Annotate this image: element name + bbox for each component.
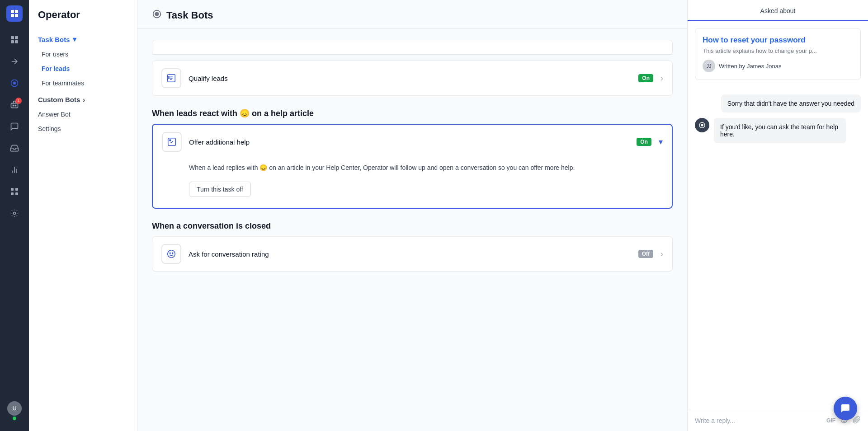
when-conversation-heading: When a conversation is closed bbox=[152, 221, 271, 231]
settings-label: Settings bbox=[38, 125, 61, 132]
online-indicator bbox=[13, 417, 16, 420]
svg-rect-5 bbox=[15, 36, 18, 39]
svg-point-9 bbox=[13, 82, 16, 85]
svg-rect-7 bbox=[15, 40, 18, 43]
svg-point-29 bbox=[170, 253, 170, 254]
app-logo[interactable] bbox=[6, 5, 23, 22]
answerbot-label: Answer Bot bbox=[38, 111, 71, 118]
bot-badge: 1 bbox=[15, 98, 22, 104]
for-teammates-label: For teammates bbox=[42, 80, 84, 87]
qualify-leads-row[interactable]: Qualify leads On › bbox=[152, 61, 672, 95]
for-leads-label: For leads bbox=[42, 65, 70, 72]
conversation-rating-label: Ask for conversation rating bbox=[189, 250, 631, 258]
chat-fab[interactable] bbox=[834, 397, 857, 420]
nav-icon-bot[interactable]: 1 bbox=[5, 96, 24, 114]
taskbots-header-icon bbox=[152, 9, 162, 21]
chat-bubble-user: Sorry that didn't have the answer you ne… bbox=[721, 94, 861, 112]
svg-rect-17 bbox=[15, 188, 18, 191]
svg-point-27 bbox=[170, 140, 171, 141]
author-avatar: JJ bbox=[703, 60, 715, 72]
sidebar-item-answerbot[interactable]: Answer Bot bbox=[29, 107, 137, 122]
sidebar-item-custombots[interactable]: Custom Bots › bbox=[29, 92, 137, 107]
svg-point-20 bbox=[14, 212, 16, 215]
conversation-rating-row[interactable]: Ask for conversation rating Off › bbox=[152, 237, 672, 271]
content-area: Qualify leads On › When leads react with… bbox=[137, 29, 687, 288]
svg-point-11 bbox=[13, 105, 14, 106]
svg-rect-10 bbox=[11, 103, 18, 108]
qualify-leads-status: On bbox=[638, 74, 653, 82]
sidebar: Operator Task Bots ▾ For users For leads… bbox=[29, 0, 137, 431]
svg-point-32 bbox=[701, 124, 703, 126]
nav-icon-inbox[interactable] bbox=[5, 139, 24, 157]
qualify-leads-card: Qualify leads On › bbox=[152, 61, 673, 96]
scrolled-partial-card bbox=[152, 40, 673, 55]
when-leads-section: When leads react with 😞 on a help articl… bbox=[152, 108, 673, 118]
svg-point-28 bbox=[168, 250, 175, 258]
author-name: Written by James Jonas bbox=[719, 63, 781, 70]
svg-point-22 bbox=[155, 12, 158, 15]
svg-rect-0 bbox=[11, 10, 14, 13]
svg-point-12 bbox=[15, 105, 16, 106]
conversation-rating-status: Off bbox=[638, 250, 653, 258]
when-conversation-section: When a conversation is closed bbox=[152, 221, 673, 231]
main-header: Task Bots bbox=[137, 0, 687, 29]
bot-message-text: If you'd like, you can ask the team for … bbox=[714, 118, 846, 143]
bot-avatar bbox=[695, 118, 709, 132]
offer-help-chevron: ▾ bbox=[659, 137, 663, 147]
svg-rect-6 bbox=[11, 40, 14, 43]
conversation-rating-chevron: › bbox=[660, 249, 663, 259]
nav-icon-reports[interactable] bbox=[5, 161, 24, 179]
svg-rect-3 bbox=[15, 14, 18, 17]
custombots-label: Custom Bots bbox=[38, 96, 80, 103]
conversation-rating-icon bbox=[161, 244, 181, 264]
article-title: How to reset your password bbox=[703, 36, 853, 45]
offer-help-icon bbox=[162, 132, 182, 152]
qualify-leads-chevron: › bbox=[660, 74, 663, 83]
qualify-leads-icon bbox=[161, 68, 181, 88]
nav-icon-chat[interactable] bbox=[5, 117, 24, 136]
taskbots-label: Task Bots bbox=[38, 36, 70, 43]
sidebar-item-for-users[interactable]: For users bbox=[29, 47, 137, 61]
sidebar-item-for-teammates[interactable]: For teammates bbox=[29, 76, 137, 90]
article-excerpt: This article explains how to change your… bbox=[703, 47, 853, 54]
qualify-leads-label: Qualify leads bbox=[189, 75, 631, 82]
sidebar-item-taskbots[interactable]: Task Bots ▾ bbox=[29, 32, 137, 47]
icon-bar: 1 U bbox=[0, 0, 29, 431]
conversation-rating-card: Ask for conversation rating Off › bbox=[152, 236, 673, 272]
panel-author: JJ Written by James Jonas bbox=[703, 60, 853, 72]
offer-help-header[interactable]: Offer additional help On ▾ bbox=[153, 125, 672, 159]
panel-asked-about: Asked about bbox=[688, 0, 868, 21]
svg-rect-16 bbox=[11, 188, 14, 191]
nav-icon-grid[interactable] bbox=[5, 31, 24, 49]
svg-rect-18 bbox=[11, 192, 14, 195]
when-leads-heading: When leads react with 😞 on a help articl… bbox=[152, 108, 314, 118]
turn-off-button[interactable]: Turn this task off bbox=[189, 182, 251, 197]
main-title: Task Bots bbox=[166, 9, 213, 21]
sidebar-item-settings[interactable]: Settings bbox=[29, 122, 137, 136]
sidebar-item-for-leads[interactable]: For leads bbox=[29, 61, 137, 76]
main-content: Task Bots Qualify leads On › When leads … bbox=[137, 0, 687, 431]
user-message-text: Sorry that didn't have the answer you ne… bbox=[727, 100, 854, 107]
task-bots-section: Task Bots ▾ For users For leads For team… bbox=[29, 30, 137, 92]
nav-icon-operator[interactable] bbox=[5, 74, 24, 92]
for-users-label: For users bbox=[42, 51, 68, 58]
author-initials: JJ bbox=[707, 63, 712, 69]
chat-bubble-bot: If you'd like, you can ask the team for … bbox=[695, 118, 861, 143]
scrolled-top bbox=[152, 40, 672, 55]
offer-help-body: When a lead replies with 😞 on an article… bbox=[153, 159, 672, 208]
svg-point-24 bbox=[169, 76, 170, 77]
chat-reply-input[interactable] bbox=[695, 417, 823, 424]
nav-icon-integrations[interactable] bbox=[5, 204, 24, 222]
user-avatar[interactable]: U bbox=[7, 401, 22, 416]
svg-point-30 bbox=[172, 253, 173, 254]
gif-button[interactable]: GIF bbox=[826, 417, 835, 424]
svg-rect-4 bbox=[11, 36, 14, 39]
chat-messages: Sorry that didn't have the answer you ne… bbox=[688, 87, 868, 410]
offer-help-status: On bbox=[637, 138, 651, 146]
nav-icon-apps[interactable] bbox=[5, 183, 24, 201]
panel-article-card[interactable]: How to reset your password This article … bbox=[695, 28, 861, 80]
offer-help-label: Offer additional help bbox=[189, 138, 629, 146]
offer-help-description: When a lead replies with 😞 on an article… bbox=[189, 163, 661, 173]
nav-icon-route[interactable] bbox=[5, 52, 24, 70]
attach-button[interactable] bbox=[853, 416, 861, 426]
